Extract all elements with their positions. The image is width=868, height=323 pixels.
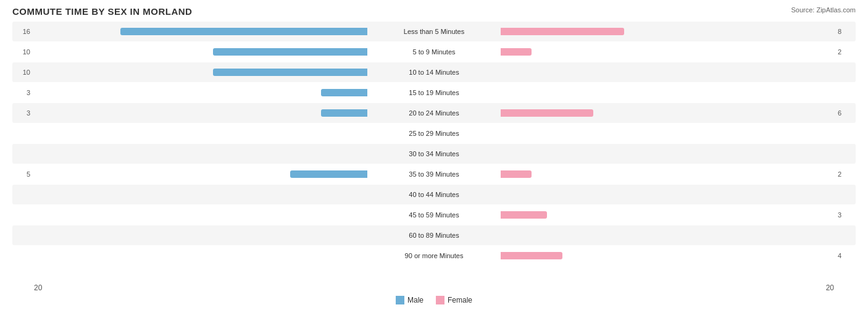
chart-row: 5 35 to 39 Minutes 2 (12, 164, 856, 184)
chart-row: 3 15 to 19 Minutes (12, 83, 856, 103)
male-value: 16 (12, 28, 34, 35)
female-bar (501, 48, 532, 56)
bottom-left-label: 20 (34, 283, 42, 292)
row-label: 60 to 89 Minutes (409, 232, 459, 239)
male-value: 3 (12, 109, 34, 117)
chart-row: 10 10 to 14 Minutes (12, 62, 856, 82)
left-bar-area (34, 83, 434, 103)
right-bar-area (434, 42, 834, 62)
right-bar-area (434, 62, 834, 82)
male-value: 10 (12, 69, 34, 76)
male-bar (290, 170, 367, 178)
male-value: 10 (12, 48, 34, 56)
chart-container: COMMUTE TIME BY SEX IN MORLAND Source: Z… (0, 0, 868, 323)
row-label: 10 to 14 Minutes (409, 69, 459, 76)
chart-row: 90 or more Minutes 4 (12, 246, 856, 266)
right-bar-area (434, 124, 834, 143)
left-bar-area (34, 42, 434, 62)
male-value: 5 (12, 170, 34, 178)
legend-female: Female (436, 296, 472, 304)
female-value: 2 (834, 170, 856, 178)
male-bar (120, 28, 367, 35)
right-bar-area (434, 22, 834, 41)
male-legend-box (396, 296, 404, 304)
male-value: 3 (12, 89, 34, 96)
female-bar (501, 170, 532, 178)
right-bar-area (434, 83, 834, 103)
right-bar-area (434, 205, 834, 225)
female-value: 4 (834, 252, 856, 259)
chart-row: 3 20 to 24 Minutes 6 (12, 103, 856, 123)
row-label: 40 to 44 Minutes (409, 191, 459, 198)
chart-row: 60 to 89 Minutes (12, 225, 856, 245)
row-label: 5 to 9 Minutes (412, 48, 455, 56)
right-bar-area (434, 246, 834, 266)
female-bar (501, 28, 624, 35)
right-bar-area (434, 164, 834, 184)
female-legend-box (436, 296, 444, 304)
female-value: 3 (834, 211, 856, 219)
row-label: 45 to 59 Minutes (409, 211, 459, 219)
left-bar-area (34, 144, 434, 164)
row-label: 30 to 34 Minutes (409, 150, 459, 157)
bottom-labels: 20 20 (12, 283, 856, 292)
right-bar-area (434, 144, 834, 164)
male-bar (321, 109, 367, 117)
chart-row: 16 Less than 5 Minutes 8 (12, 22, 856, 41)
row-label: 15 to 19 Minutes (409, 89, 459, 96)
female-bar (501, 252, 562, 259)
chart-row: 25 to 29 Minutes (12, 124, 856, 143)
left-bar-area (34, 246, 434, 266)
female-bar (501, 211, 547, 219)
left-bar-area (34, 205, 434, 225)
source-label: Source: ZipAtlas.com (791, 6, 856, 14)
chart-area: 16 Less than 5 Minutes 8 10 5 to 9 Minut… (12, 22, 856, 281)
left-bar-area (34, 164, 434, 184)
row-label: Less than 5 Minutes (404, 28, 464, 35)
row-label: 90 or more Minutes (405, 252, 464, 259)
male-bar (321, 89, 367, 96)
row-label: 20 to 24 Minutes (409, 109, 459, 117)
right-bar-area (434, 225, 834, 245)
right-bar-area (434, 103, 834, 123)
left-bar-area (34, 62, 434, 82)
row-label: 25 to 29 Minutes (409, 130, 459, 137)
left-bar-area (34, 103, 434, 123)
male-bar (213, 48, 367, 56)
male-legend-label: Male (407, 296, 424, 304)
female-legend-label: Female (448, 296, 472, 304)
left-bar-area (34, 124, 434, 143)
chart-row: 30 to 34 Minutes (12, 144, 856, 164)
female-value: 8 (834, 28, 856, 35)
chart-row: 45 to 59 Minutes 3 (12, 205, 856, 225)
female-value: 2 (834, 48, 856, 56)
chart-row: 10 5 to 9 Minutes 2 (12, 42, 856, 62)
left-bar-area (34, 185, 434, 204)
row-label: 35 to 39 Minutes (409, 170, 459, 178)
right-bar-area (434, 185, 834, 204)
chart-row: 40 to 44 Minutes (12, 185, 856, 204)
left-bar-area (34, 225, 434, 245)
left-bar-area (34, 22, 434, 41)
female-value: 6 (834, 109, 856, 117)
legend-male: Male (396, 296, 424, 304)
bottom-right-label: 20 (826, 283, 834, 292)
chart-title: COMMUTE TIME BY SEX IN MORLAND (12, 6, 856, 17)
legend: Male Female (12, 296, 856, 304)
male-bar (213, 69, 367, 76)
female-bar (501, 109, 593, 117)
